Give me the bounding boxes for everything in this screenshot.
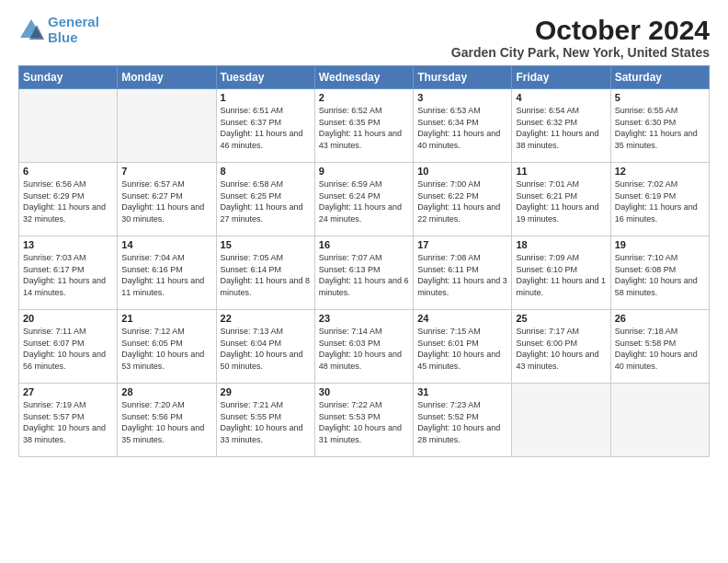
day-info: Sunrise: 7:23 AM Sunset: 5:52 PM Dayligh… bbox=[417, 399, 507, 445]
calendar-cell bbox=[19, 89, 118, 163]
calendar-cell: 8Sunrise: 6:58 AM Sunset: 6:25 PM Daylig… bbox=[216, 163, 314, 236]
calendar-cell: 23Sunrise: 7:14 AM Sunset: 6:03 PM Dayli… bbox=[314, 310, 413, 384]
calendar-cell: 27Sunrise: 7:19 AM Sunset: 5:57 PM Dayli… bbox=[19, 384, 118, 457]
day-info: Sunrise: 7:11 AM Sunset: 6:07 PM Dayligh… bbox=[23, 326, 113, 372]
calendar-cell: 24Sunrise: 7:15 AM Sunset: 6:01 PM Dayli… bbox=[414, 310, 512, 384]
day-number: 7 bbox=[121, 166, 211, 177]
day-info: Sunrise: 7:08 AM Sunset: 6:11 PM Dayligh… bbox=[417, 252, 507, 298]
calendar-cell: 3Sunrise: 6:53 AM Sunset: 6:34 PM Daylig… bbox=[414, 89, 512, 163]
calendar-cell: 9Sunrise: 6:59 AM Sunset: 6:24 PM Daylig… bbox=[314, 163, 413, 236]
day-number: 15 bbox=[221, 239, 311, 250]
location-subtitle: Garden City Park, New York, United State… bbox=[451, 45, 710, 60]
day-number: 18 bbox=[516, 239, 606, 250]
day-number: 5 bbox=[615, 92, 705, 103]
calendar-cell: 22Sunrise: 7:13 AM Sunset: 6:04 PM Dayli… bbox=[216, 310, 314, 384]
day-number: 6 bbox=[23, 166, 113, 177]
calendar-cell: 18Sunrise: 7:09 AM Sunset: 6:10 PM Dayli… bbox=[512, 236, 610, 310]
col-wednesday: Wednesday bbox=[314, 66, 413, 89]
calendar-table: Sunday Monday Tuesday Wednesday Thursday… bbox=[18, 65, 710, 457]
page: General Blue October 2024 Garden City Pa… bbox=[0, 0, 728, 563]
day-info: Sunrise: 7:10 AM Sunset: 6:08 PM Dayligh… bbox=[615, 252, 705, 298]
calendar-header-row: Sunday Monday Tuesday Wednesday Thursday… bbox=[19, 66, 710, 89]
day-number: 31 bbox=[417, 386, 507, 397]
header: General Blue October 2024 Garden City Pa… bbox=[18, 15, 710, 60]
calendar-week-1: 1Sunrise: 6:51 AM Sunset: 6:37 PM Daylig… bbox=[19, 89, 710, 163]
day-number: 9 bbox=[319, 166, 409, 177]
calendar-cell: 12Sunrise: 7:02 AM Sunset: 6:19 PM Dayli… bbox=[610, 163, 709, 236]
day-info: Sunrise: 6:52 AM Sunset: 6:35 PM Dayligh… bbox=[319, 105, 409, 151]
logo-text: General Blue bbox=[48, 15, 99, 45]
calendar-cell: 17Sunrise: 7:08 AM Sunset: 6:11 PM Dayli… bbox=[414, 236, 512, 310]
day-number: 19 bbox=[615, 239, 705, 250]
logo-line2: Blue bbox=[48, 29, 78, 45]
calendar-cell: 7Sunrise: 6:57 AM Sunset: 6:27 PM Daylig… bbox=[118, 163, 216, 236]
day-info: Sunrise: 7:14 AM Sunset: 6:03 PM Dayligh… bbox=[319, 326, 409, 372]
day-info: Sunrise: 7:18 AM Sunset: 5:58 PM Dayligh… bbox=[615, 326, 705, 372]
day-info: Sunrise: 6:57 AM Sunset: 6:27 PM Dayligh… bbox=[121, 178, 211, 224]
calendar-cell: 21Sunrise: 7:12 AM Sunset: 6:05 PM Dayli… bbox=[118, 310, 216, 384]
day-info: Sunrise: 7:03 AM Sunset: 6:17 PM Dayligh… bbox=[23, 252, 113, 298]
day-number: 25 bbox=[516, 313, 606, 324]
day-info: Sunrise: 7:04 AM Sunset: 6:16 PM Dayligh… bbox=[121, 252, 211, 298]
day-number: 2 bbox=[319, 92, 409, 103]
logo-icon bbox=[18, 17, 44, 43]
calendar-cell: 16Sunrise: 7:07 AM Sunset: 6:13 PM Dayli… bbox=[314, 236, 413, 310]
day-number: 17 bbox=[417, 239, 507, 250]
day-number: 1 bbox=[221, 92, 311, 103]
calendar-cell: 29Sunrise: 7:21 AM Sunset: 5:55 PM Dayli… bbox=[216, 384, 314, 457]
calendar-cell: 4Sunrise: 6:54 AM Sunset: 6:32 PM Daylig… bbox=[512, 89, 610, 163]
day-info: Sunrise: 6:59 AM Sunset: 6:24 PM Dayligh… bbox=[319, 178, 409, 224]
calendar-cell: 20Sunrise: 7:11 AM Sunset: 6:07 PM Dayli… bbox=[19, 310, 118, 384]
day-info: Sunrise: 7:02 AM Sunset: 6:19 PM Dayligh… bbox=[615, 178, 705, 224]
day-number: 27 bbox=[23, 386, 113, 397]
calendar-cell: 1Sunrise: 6:51 AM Sunset: 6:37 PM Daylig… bbox=[216, 89, 314, 163]
calendar-cell bbox=[512, 384, 610, 457]
month-title: October 2024 bbox=[451, 15, 710, 45]
day-number: 10 bbox=[417, 166, 507, 177]
day-number: 26 bbox=[615, 313, 705, 324]
day-number: 22 bbox=[221, 313, 311, 324]
calendar-cell: 2Sunrise: 6:52 AM Sunset: 6:35 PM Daylig… bbox=[314, 89, 413, 163]
calendar-cell: 25Sunrise: 7:17 AM Sunset: 6:00 PM Dayli… bbox=[512, 310, 610, 384]
day-info: Sunrise: 7:07 AM Sunset: 6:13 PM Dayligh… bbox=[319, 252, 409, 298]
calendar-cell: 19Sunrise: 7:10 AM Sunset: 6:08 PM Dayli… bbox=[610, 236, 709, 310]
day-info: Sunrise: 7:09 AM Sunset: 6:10 PM Dayligh… bbox=[516, 252, 606, 298]
calendar-week-2: 6Sunrise: 6:56 AM Sunset: 6:29 PM Daylig… bbox=[19, 163, 710, 236]
day-number: 16 bbox=[319, 239, 409, 250]
day-info: Sunrise: 7:19 AM Sunset: 5:57 PM Dayligh… bbox=[23, 399, 113, 445]
title-block: October 2024 Garden City Park, New York,… bbox=[451, 15, 710, 60]
day-number: 20 bbox=[23, 313, 113, 324]
day-info: Sunrise: 6:55 AM Sunset: 6:30 PM Dayligh… bbox=[615, 105, 705, 151]
day-info: Sunrise: 7:22 AM Sunset: 5:53 PM Dayligh… bbox=[319, 399, 409, 445]
day-number: 8 bbox=[221, 166, 311, 177]
day-info: Sunrise: 7:13 AM Sunset: 6:04 PM Dayligh… bbox=[221, 326, 311, 372]
day-info: Sunrise: 7:05 AM Sunset: 6:14 PM Dayligh… bbox=[221, 252, 311, 298]
col-friday: Friday bbox=[512, 66, 610, 89]
calendar-cell: 5Sunrise: 6:55 AM Sunset: 6:30 PM Daylig… bbox=[610, 89, 709, 163]
day-number: 12 bbox=[615, 166, 705, 177]
day-info: Sunrise: 6:56 AM Sunset: 6:29 PM Dayligh… bbox=[23, 178, 113, 224]
calendar-cell: 13Sunrise: 7:03 AM Sunset: 6:17 PM Dayli… bbox=[19, 236, 118, 310]
day-info: Sunrise: 7:20 AM Sunset: 5:56 PM Dayligh… bbox=[121, 399, 211, 445]
day-number: 28 bbox=[121, 386, 211, 397]
day-info: Sunrise: 7:00 AM Sunset: 6:22 PM Dayligh… bbox=[417, 178, 507, 224]
col-tuesday: Tuesday bbox=[216, 66, 314, 89]
day-info: Sunrise: 6:51 AM Sunset: 6:37 PM Dayligh… bbox=[221, 105, 311, 151]
calendar-cell bbox=[118, 89, 216, 163]
calendar-week-5: 27Sunrise: 7:19 AM Sunset: 5:57 PM Dayli… bbox=[19, 384, 710, 457]
calendar-cell: 14Sunrise: 7:04 AM Sunset: 6:16 PM Dayli… bbox=[118, 236, 216, 310]
calendar-cell: 10Sunrise: 7:00 AM Sunset: 6:22 PM Dayli… bbox=[414, 163, 512, 236]
day-info: Sunrise: 7:21 AM Sunset: 5:55 PM Dayligh… bbox=[221, 399, 311, 445]
col-sunday: Sunday bbox=[19, 66, 118, 89]
day-number: 29 bbox=[221, 386, 311, 397]
calendar-week-3: 13Sunrise: 7:03 AM Sunset: 6:17 PM Dayli… bbox=[19, 236, 710, 310]
day-number: 23 bbox=[319, 313, 409, 324]
day-number: 3 bbox=[417, 92, 507, 103]
calendar-cell: 15Sunrise: 7:05 AM Sunset: 6:14 PM Dayli… bbox=[216, 236, 314, 310]
day-info: Sunrise: 7:12 AM Sunset: 6:05 PM Dayligh… bbox=[121, 326, 211, 372]
calendar-cell: 28Sunrise: 7:20 AM Sunset: 5:56 PM Dayli… bbox=[118, 384, 216, 457]
calendar-cell: 6Sunrise: 6:56 AM Sunset: 6:29 PM Daylig… bbox=[19, 163, 118, 236]
calendar-cell: 11Sunrise: 7:01 AM Sunset: 6:21 PM Dayli… bbox=[512, 163, 610, 236]
day-info: Sunrise: 7:01 AM Sunset: 6:21 PM Dayligh… bbox=[516, 178, 606, 224]
day-number: 4 bbox=[516, 92, 606, 103]
